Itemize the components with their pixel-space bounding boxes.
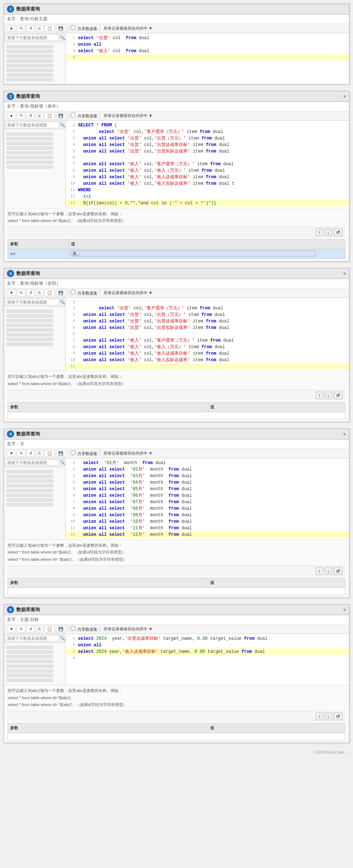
edit-btn[interactable]: ✎ <box>17 289 25 296</box>
panel-title-row: 5数据库查询 <box>7 606 40 613</box>
dropdown-btn[interactable]: ▼ <box>7 626 16 632</box>
search-input[interactable] <box>5 635 59 642</box>
close-button[interactable]: × <box>343 94 346 99</box>
shared-dataset-label[interactable]: 共享数据集 <box>71 113 97 119</box>
shared-dataset-checkbox[interactable] <box>71 290 75 295</box>
nav-up-btn[interactable]: ↑ <box>316 229 323 236</box>
close-button[interactable]: × <box>343 271 346 276</box>
shared-dataset-checkbox[interactable] <box>71 25 75 30</box>
line-content: union all select '出货' col,'出货（万元）' item … <box>78 312 348 318</box>
param-value-input[interactable] <box>71 251 316 256</box>
code-area[interactable]: 1select 2024 year,'出货达成率目标' target_name,… <box>66 634 349 663</box>
memory-dropdown-icon: ▼ <box>149 291 153 295</box>
circle-num-5: 5 <box>7 606 14 613</box>
dropdown-btn[interactable]: ▼ <box>7 25 16 32</box>
nav-refresh-btn[interactable]: ↺ <box>333 567 342 575</box>
save-btn[interactable]: 💾 <box>56 289 66 296</box>
toolbar-separator2 <box>100 626 100 632</box>
shared-dataset-label[interactable]: 共享数据集 <box>71 450 97 456</box>
dropdown-btn[interactable]: ▼ <box>7 450 16 456</box>
circle-num-4: 4 <box>7 430 14 438</box>
blurred-table-item <box>6 54 53 58</box>
paste-btn[interactable]: 📋 <box>45 112 55 119</box>
info-text: 您可以键入'${abc}'做为一个参数，这里abc是参数的名称。例如： sele… <box>8 373 345 388</box>
code-area[interactable]: 1select '出货' col from dual2union all3sel… <box>66 33 349 62</box>
search-input[interactable] <box>5 459 59 466</box>
edit-btn[interactable]: ✎ <box>17 626 25 633</box>
shared-dataset-label[interactable]: 共享数据集 <box>71 626 97 632</box>
refresh-btn[interactable]: ↺ <box>26 450 35 457</box>
nav-refresh-btn[interactable]: ↺ <box>333 229 342 236</box>
code-line: 7 union all select '收入' col,'客户需求（万元）' i… <box>66 337 349 344</box>
nav-up-btn[interactable]: ↑ <box>316 567 323 575</box>
nav-up-btn[interactable]: ↑ <box>316 713 323 720</box>
save-btn[interactable]: 💾 <box>56 112 66 119</box>
info-section: 您可以键入'${abc}'做为一个参数，这里abc是参数的名称。例如： sele… <box>4 371 349 421</box>
search-input[interactable] <box>5 122 59 128</box>
nav-down-btn[interactable]: ↓ <box>325 392 332 399</box>
close-button[interactable]: × <box>343 607 346 612</box>
code-line: 8 union all select '收入' col,'收入（万元）' ite… <box>66 344 349 350</box>
panel-title: 数据库查询 <box>16 93 40 100</box>
line-number: 13 <box>67 200 75 206</box>
edit-btn[interactable]: ✎ <box>17 450 25 457</box>
save-btn[interactable]: 💾 <box>56 25 66 32</box>
refresh-btn[interactable]: ↺ <box>26 25 35 32</box>
copy-btn[interactable]: ⎘ <box>36 626 43 632</box>
paste-btn[interactable]: 📋 <box>45 25 55 32</box>
nav-down-btn[interactable]: ↓ <box>325 567 332 575</box>
params-empty-row <box>8 733 345 740</box>
param-value-cell[interactable] <box>68 249 345 259</box>
shared-dataset-checkbox[interactable] <box>71 113 75 117</box>
nav-up-btn[interactable]: ↑ <box>316 392 323 399</box>
line-content: union all select '03月' month from dual <box>78 473 348 479</box>
save-btn[interactable]: 💾 <box>56 450 66 457</box>
blurred-table-item <box>6 655 53 659</box>
line-content: union all select '出货' col,'出货达成率目标' item… <box>78 318 348 325</box>
nav-refresh-btn[interactable]: ↺ <box>333 713 342 720</box>
nav-refresh-btn[interactable]: ↺ <box>333 392 342 399</box>
line-content: union all select '出货' col,'出货达成率目标' item… <box>78 142 348 148</box>
nav-down-btn[interactable]: ↓ <box>325 713 332 720</box>
info-section: 您可以键入'${abc}'做为一个参数，这里abc是参数的名称。例如： sele… <box>4 539 349 597</box>
edit-btn[interactable]: ✎ <box>17 25 25 32</box>
close-button[interactable]: × <box>343 431 346 437</box>
code-area[interactable]: 1 select '01月' month from dual2 union al… <box>66 458 349 539</box>
code-line: 8 union all select '08月' month from dual <box>66 505 349 512</box>
search-input[interactable] <box>5 299 59 305</box>
edit-btn[interactable]: ✎ <box>17 112 25 119</box>
paste-btn[interactable]: 📋 <box>45 450 55 457</box>
nav-buttons: ↑↓↺ <box>8 711 345 722</box>
code-area[interactable]: 12 select '出货' col,'客户需求（万元）' item from … <box>66 298 349 371</box>
dropdown-btn[interactable]: ▼ <box>7 113 16 119</box>
copy-btn[interactable]: ⎘ <box>36 450 43 456</box>
paste-btn[interactable]: 📋 <box>45 626 55 633</box>
refresh-btn[interactable]: ↺ <box>26 289 35 296</box>
shared-dataset-checkbox[interactable] <box>71 450 75 455</box>
paste-btn[interactable]: 📋 <box>45 289 55 296</box>
dropdown-btn[interactable]: ▼ <box>7 289 16 296</box>
code-line: 4 union all select '04月' month from dual <box>66 479 349 486</box>
shared-dataset-label[interactable]: 共享数据集 <box>71 25 97 32</box>
refresh-btn[interactable]: ↺ <box>26 112 35 119</box>
code-line: 5 union all select '出货' col,'出货实际达成率' it… <box>66 148 349 155</box>
shared-dataset-label[interactable]: 共享数据集 <box>71 290 97 296</box>
param-name-cell: col <box>8 249 69 259</box>
refresh-btn[interactable]: ↺ <box>26 626 35 633</box>
nav-down-btn[interactable]: ↓ <box>325 229 332 236</box>
right-panel: 1SELECT * FROM (2 select '出货' col,'客户需求（… <box>66 121 349 208</box>
copy-btn[interactable]: ⎘ <box>36 289 43 296</box>
copy-btn[interactable]: ⎘ <box>36 113 43 119</box>
code-line: 9 union all select '收入' col,'收入达成率目标' it… <box>66 174 349 180</box>
left-items-list <box>4 130 65 171</box>
code-area[interactable]: 1SELECT * FROM (2 select '出货' col,'客户需求（… <box>66 121 349 208</box>
shared-dataset-checkbox[interactable] <box>71 626 75 631</box>
blurred-table-item <box>6 142 53 145</box>
code-line: 6 <box>66 155 349 161</box>
search-input[interactable] <box>5 34 59 41</box>
toolbar: ▼✎↺⎘📋💾 共享数据集所有记录都保存在内存中 ▼ <box>4 24 349 33</box>
save-btn[interactable]: 💾 <box>56 626 66 633</box>
code-line: 2 union all select '02月' month from dual <box>66 466 349 473</box>
blurred-table-item <box>6 328 53 332</box>
copy-btn[interactable]: ⎘ <box>36 25 43 32</box>
